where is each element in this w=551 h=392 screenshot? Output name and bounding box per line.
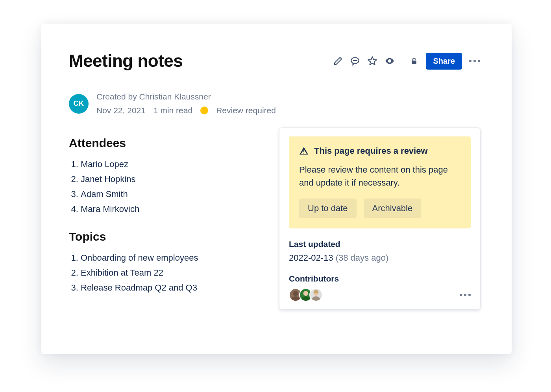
lock-icon[interactable] <box>409 56 419 66</box>
contributors-heading: Contributors <box>289 274 471 283</box>
star-icon[interactable] <box>367 56 377 66</box>
topics-list: Onboarding of new employees Exhibition a… <box>69 250 264 295</box>
attendees-heading: Attendees <box>69 136 264 150</box>
page-meta: CK Created by Christian Klaussner Nov 22… <box>69 90 480 117</box>
list-item: Janet Hopkins <box>81 172 264 187</box>
contributors-row <box>289 288 471 302</box>
watch-icon[interactable] <box>385 56 395 66</box>
status-dot-icon <box>200 107 208 114</box>
warning-icon <box>299 146 309 156</box>
svg-point-8 <box>303 291 309 296</box>
list-item: Onboarding of new employees <box>81 250 264 265</box>
read-time: 1 min read <box>153 104 192 117</box>
meta-line-2: Nov 22, 2021 1 min read Review required <box>96 104 276 117</box>
svg-point-3 <box>389 60 390 62</box>
created-by-label: Created by Christian Klaussner <box>96 90 276 103</box>
content-area: Attendees Mario Lopez Janet Hopkins Adam… <box>69 133 480 309</box>
more-actions-icon[interactable] <box>469 60 480 62</box>
document-page: Meeting notes Share CK <box>41 24 512 354</box>
page-title: Meeting notes <box>69 51 183 71</box>
comment-icon[interactable] <box>350 56 360 66</box>
status-text: Review required <box>216 104 276 117</box>
contributors-more-icon[interactable] <box>460 294 471 296</box>
title-row: Meeting notes Share <box>69 51 480 71</box>
contributor-avatar[interactable] <box>309 288 323 302</box>
list-item: Mara Mirkovich <box>81 202 264 217</box>
attendees-list: Mario Lopez Janet Hopkins Adam Smith Mar… <box>69 157 264 217</box>
topics-heading: Topics <box>69 230 264 243</box>
alert-actions: Up to date Archivable <box>299 199 460 218</box>
svg-point-7 <box>293 291 298 296</box>
svg-rect-6 <box>303 153 304 154</box>
up-to-date-button[interactable]: Up to date <box>299 199 357 218</box>
alert-body: Please review the content on this page a… <box>299 163 460 189</box>
toolbar-divider <box>402 57 402 65</box>
svg-marker-2 <box>368 57 377 65</box>
document-body: Attendees Mario Lopez Janet Hopkins Adam… <box>69 133 264 309</box>
review-alert: This page requires a review Please revie… <box>289 136 471 228</box>
last-updated-ago: (38 days ago) <box>336 253 389 263</box>
contributor-avatars <box>289 288 323 302</box>
alert-heading: This page requires a review <box>299 146 460 156</box>
share-button[interactable]: Share <box>426 53 462 70</box>
list-item: Exhibition at Team 22 <box>81 265 264 280</box>
list-item: Mario Lopez <box>81 157 264 172</box>
last-updated-date: 2022-02-13 <box>289 253 333 263</box>
created-date: Nov 22, 2021 <box>96 104 146 117</box>
list-item: Release Roadmap Q2 and Q3 <box>81 280 264 295</box>
alert-title: This page requires a review <box>314 146 428 156</box>
review-panel: This page requires a review Please revie… <box>279 128 480 309</box>
author-avatar[interactable]: CK <box>69 94 89 114</box>
svg-rect-5 <box>303 150 304 152</box>
list-item: Adam Smith <box>81 187 264 202</box>
last-updated-heading: Last updated <box>289 239 471 249</box>
meta-text: Created by Christian Klaussner Nov 22, 2… <box>96 90 276 117</box>
page-toolbar: Share <box>333 53 480 70</box>
last-updated-value: 2022-02-13 (38 days ago) <box>289 253 471 263</box>
svg-rect-4 <box>412 61 416 64</box>
archivable-button[interactable]: Archivable <box>364 199 422 218</box>
edit-icon[interactable] <box>333 56 343 66</box>
